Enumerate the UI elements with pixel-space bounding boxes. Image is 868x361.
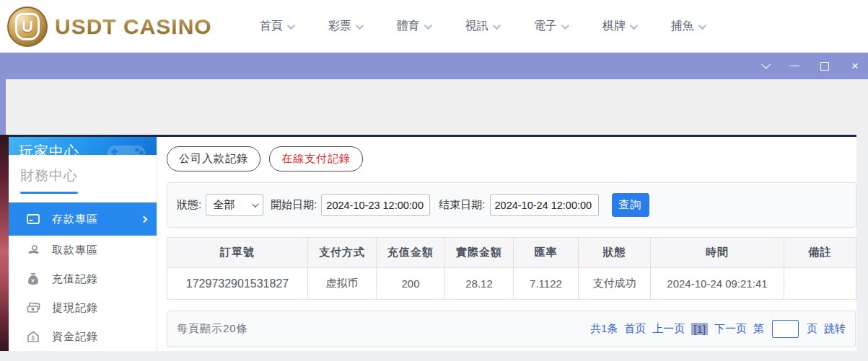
end-date-input[interactable] [490,194,599,216]
first-page-link[interactable]: 首页 [624,322,646,336]
cell-remark [784,268,856,300]
logo-u-letter: U [15,13,40,40]
chevron-down-icon [629,21,637,29]
cell-time: 2024-10-24 09:21:41 [651,268,784,300]
status-selected-value: 全部 [213,198,234,212]
cashout-notes-icon [26,300,40,315]
col-order-no: 訂單號 [167,238,308,268]
nav-item-home[interactable]: 首頁 [260,19,293,34]
chevron-down-icon [355,21,363,29]
chevron-down-icon [286,21,294,29]
chevron-down-icon [698,21,706,29]
col-remark: 備註 [784,238,856,268]
funds-record-icon: $ [26,329,40,344]
status-label: 狀態: [177,198,201,212]
section-underline [20,192,78,194]
sidebar-item-label: 提現記錄 [52,301,98,315]
col-actual-amount: 實際金額 [445,238,514,268]
page-jump-input[interactable] [772,320,799,338]
sidebar-section-label: 財務中心 [20,166,145,185]
filter-bar: 狀態: 全部 開始日期: 结束日期: 查詢 [167,182,856,228]
bottom-gray-band [0,351,868,361]
nav-label: 體育 [397,19,420,34]
nav-label: 首頁 [260,19,283,34]
sidebar-item-withdraw[interactable]: 取款專區 [9,236,157,264]
titlebar-dropdown-button[interactable] [758,61,770,72]
maximize-button[interactable] [819,61,830,72]
chevron-down-icon [252,200,259,208]
tab-company-deposit-records[interactable]: 公司入款記錄 [167,146,260,171]
cell-actual-amount: 28.12 [445,268,514,300]
chevron-right-icon [141,215,148,223]
nav-item-slots[interactable]: 電子 [534,19,567,34]
col-time: 時間 [651,238,784,268]
withdraw-hand-icon [26,243,40,257]
gamepad-icon [105,140,151,155]
cell-order-no: 1729732901531827 [167,268,308,300]
nav-item-cards[interactable]: 棋牌 [602,19,636,34]
sidebar-section: 財務中心 [9,155,157,194]
jump-button[interactable]: 跳转 [824,322,846,336]
sidebar-item-label: 取款專區 [52,244,98,257]
sidebar-item-recharge-records[interactable]: ¥ 充值記錄 [9,264,157,293]
sidebar-item-deposit[interactable]: 存款專區 [9,202,157,236]
site-header: U USDT CASINO 首頁 彩票 體育 視訊 電子 [0,0,868,53]
col-status: 狀態 [579,238,651,268]
pager: 共1条 首页 上一页 [1] 下一页 第 页 跳转 [590,320,846,338]
sidebar-item-label: 存款專區 [52,213,98,226]
cell-exchange-rate: 7.1122 [514,268,579,300]
recharge-moneybag-icon: ¥ [26,272,40,286]
payment-records-table: 訂單號 支付方式 充值金額 實際金額 匯率 狀態 時間 備註 172973290… [167,237,856,300]
record-tabs: 公司入款記錄 在線支付記錄 [167,146,856,171]
nav-item-lottery[interactable]: 彩票 [328,19,361,34]
start-date-input[interactable] [321,194,430,216]
table-row: 1729732901531827 虚拟币 200 28.12 7.1122 支付… [167,268,856,300]
close-button[interactable]: × [849,61,861,72]
search-button[interactable]: 查詢 [612,193,649,217]
sidebar-item-funds-records[interactable]: $ 資金記錄 [9,322,157,351]
table-header-row: 訂單號 支付方式 充值金額 實際金額 匯率 狀態 時間 備註 [167,238,856,268]
end-date-label: 结束日期: [439,198,485,212]
maximize-icon [820,62,829,71]
chevron-down-icon [492,21,500,29]
logo-coin-icon: U [7,6,48,47]
site-logo[interactable]: U USDT CASINO [7,6,212,47]
empty-band [0,79,868,135]
logo-text: USDT CASINO [55,14,212,39]
start-date-label: 開始日期: [271,198,317,212]
svg-text:¥: ¥ [30,277,35,284]
current-page-badge: [1] [691,323,708,335]
cell-recharge-amount: 200 [377,268,445,300]
chevron-down-icon [761,60,771,69]
records-content: 公司入款記錄 在線支付記錄 狀態: 全部 開始日期: 结束日期: 查詢 [157,137,867,351]
minimize-button[interactable] [789,61,800,72]
nav-item-fishing[interactable]: 捕魚 [671,19,704,34]
cell-payment-method: 虚拟币 [308,268,377,300]
minimize-icon [789,66,799,66]
nav-label: 彩票 [328,19,351,34]
chevron-down-icon [561,21,569,29]
next-page-link[interactable]: 下一页 [714,322,747,336]
chevron-down-icon [424,21,431,29]
player-center-panel: 玩家中心 PLAYERS CENTER 財務中心 存款專區 [9,135,856,351]
page-size-text: 每頁顯示20條 [177,322,248,336]
tab-online-payment-records[interactable]: 在線支付記錄 [269,146,363,171]
window-titlebar: × [0,53,868,79]
nav-label: 棋牌 [602,19,626,34]
nav-item-sports[interactable]: 體育 [397,19,430,34]
status-select[interactable]: 全部 [206,194,263,216]
nav-label: 視訊 [465,19,488,34]
nav-label: 電子 [534,19,557,34]
sidebar-item-label: 充值記錄 [52,272,98,286]
prev-page-link[interactable]: 上一页 [652,322,685,336]
jump-suffix-label: 页 [807,322,817,336]
nav-item-live[interactable]: 視訊 [465,19,499,34]
pagination-bar: 每頁顯示20條 共1条 首页 上一页 [1] 下一页 第 页 跳转 [167,311,856,347]
sidebar-item-cashout-records[interactable]: 提現記錄 [9,293,157,322]
nav-label: 捕魚 [671,19,694,34]
cell-status: 支付成功 [579,268,651,300]
col-payment-method: 支付方式 [308,238,377,268]
sidebar-item-label: 資金記錄 [52,330,98,344]
svg-text:$: $ [31,334,35,341]
right-gray-band [856,135,868,351]
